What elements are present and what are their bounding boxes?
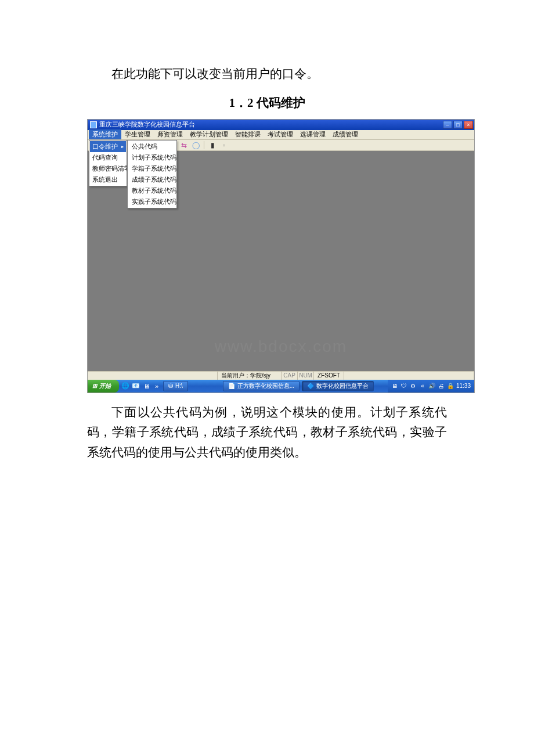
- menu-system-maintenance[interactable]: 系统维护: [89, 129, 121, 139]
- tray-icon[interactable]: 🛡: [400, 383, 407, 390]
- tray-icon[interactable]: 🖥: [391, 383, 398, 390]
- dropdown-level1: 口令维护 ▸ 代码查询 教师密码清零 系统退出: [89, 140, 127, 186]
- tray-icon[interactable]: 🔒: [447, 383, 454, 390]
- dropdown-item-label: 教师密码清零: [92, 164, 131, 173]
- paragraph-explain: 下面以公共代码为例，说明这个模块的使用。计划子系统代码，学籍子系统代码，成绩子系…: [87, 402, 447, 463]
- toolbar-icon[interactable]: ▫: [220, 141, 228, 149]
- menu-exam[interactable]: 考试管理: [264, 129, 297, 139]
- submenu-arrow-icon: ▸: [121, 144, 124, 149]
- dropdown-sub-item[interactable]: 教材子系统代码: [128, 185, 176, 196]
- menu-bar: 系统维护 学生管理 师资管理 教学计划管理 智能排课 考试管理 选课管理 成绩管…: [88, 130, 474, 140]
- taskbar-item-label: 正方数字化校园信息...: [237, 382, 294, 390]
- menu-schedule[interactable]: 智能排课: [232, 129, 264, 139]
- tray-clock[interactable]: 11:33: [456, 383, 471, 389]
- dropdown-item-label: 代码查询: [92, 153, 118, 162]
- dropdown-sub-item[interactable]: 计划子系统代码: [128, 152, 176, 163]
- close-button[interactable]: ×: [464, 121, 473, 129]
- dropdown-item-teacher-reset[interactable]: 教师密码清零: [90, 163, 126, 174]
- app-icon: 🔷: [307, 383, 314, 389]
- minimize-button[interactable]: –: [443, 121, 452, 129]
- tray-chevron-icon[interactable]: «: [419, 383, 426, 390]
- taskbar-item-label: H:\: [175, 383, 183, 389]
- paragraph-intro: 在此功能下可以改变当前用户的口令。: [87, 64, 447, 84]
- quicklaunch-icon[interactable]: 📧: [132, 382, 140, 390]
- dropdown-sub-item[interactable]: 成绩子系统代码: [128, 174, 176, 185]
- toolbar-icon[interactable]: ⇆: [180, 141, 188, 149]
- menu-course-select[interactable]: 选课管理: [297, 129, 329, 139]
- start-button[interactable]: ⊞ 开始: [88, 380, 119, 393]
- quicklaunch-icon[interactable]: 🖥: [142, 382, 150, 390]
- dropdown-level2: 公共代码 计划子系统代码 学籍子系统代码 成绩子系统代码 教材子系统代码 实践子…: [127, 140, 177, 208]
- taskbar-app2[interactable]: 🔷 数字化校园信息平台: [302, 381, 374, 391]
- tray-icon[interactable]: ⚙: [410, 383, 417, 390]
- toolbar-icon[interactable]: ▮: [208, 141, 217, 149]
- taskbar-app1[interactable]: 📄 正方数字化校园信息...: [223, 381, 300, 391]
- dropdown-sub-item[interactable]: 公共代码: [128, 141, 176, 152]
- dropdown-sub-item[interactable]: 学籍子系统代码: [128, 163, 176, 174]
- toolbar-icon[interactable]: ◯: [192, 141, 200, 149]
- menu-teacher[interactable]: 师资管理: [154, 129, 186, 139]
- dropdown-item-label: 口令维护: [92, 142, 118, 151]
- windows-logo-icon: ⊞: [92, 383, 97, 389]
- menu-grade[interactable]: 成绩管理: [329, 129, 362, 139]
- menu-plan[interactable]: 教学计划管理: [186, 129, 232, 139]
- section-heading: 1．2 代码维护: [87, 95, 447, 111]
- status-empty-right: [344, 372, 474, 380]
- app-icon: [90, 121, 97, 128]
- status-current-user: 当前用户：学院/sjy: [218, 372, 282, 380]
- tray-icon[interactable]: 🔊: [428, 383, 435, 390]
- menu-student[interactable]: 学生管理: [121, 129, 154, 139]
- dropdown-item-label: 系统退出: [92, 175, 118, 184]
- status-bar: 当前用户：学院/sjy CAP NUM ZFSOFT: [88, 371, 474, 380]
- drive-icon: ⛁: [168, 383, 173, 389]
- toolbar-separator: [204, 141, 204, 149]
- status-cap: CAP: [282, 372, 298, 380]
- dropdown-sub-item[interactable]: 实践子系统代码: [128, 196, 176, 207]
- status-num: NUM: [298, 372, 314, 380]
- taskbar: ⊞ 开始 🌐 📧 🖥 » ⛁ H:\ 📄 正方数字化校园信息... 🔷 数字化校…: [88, 380, 474, 393]
- tray-icon[interactable]: 🖨: [438, 383, 445, 390]
- window-titlebar[interactable]: 重庆三峡学院数字化校园信息平台 – □ ×: [88, 120, 474, 130]
- start-label: 开始: [99, 382, 111, 390]
- dropdown-item-password[interactable]: 口令维护 ▸: [90, 141, 126, 152]
- app-screenshot: 重庆三峡学院数字化校园信息平台 – □ × 系统维护 学生管理 师资管理 教学计…: [87, 119, 475, 393]
- dropdown-item-code-query[interactable]: 代码查询: [90, 152, 126, 163]
- taskbar-drive[interactable]: ⛁ H:\: [163, 381, 188, 391]
- watermark: www.bdocx.com: [215, 337, 347, 356]
- app-icon: 📄: [228, 383, 235, 389]
- dropdown-item-exit[interactable]: 系统退出: [90, 174, 126, 185]
- system-tray: 🖥 🛡 ⚙ « 🔊 🖨 🔒 11:33: [388, 380, 474, 393]
- quicklaunch-icon[interactable]: 🌐: [121, 382, 129, 390]
- quicklaunch-chevron-icon[interactable]: »: [153, 382, 161, 390]
- status-empty: [88, 372, 218, 380]
- maximize-button[interactable]: □: [453, 121, 463, 129]
- taskbar-item-label: 数字化校园信息平台: [316, 382, 369, 390]
- window-title: 重庆三峡学院数字化校园信息平台: [99, 120, 443, 129]
- status-brand: ZFSOFT: [314, 372, 344, 380]
